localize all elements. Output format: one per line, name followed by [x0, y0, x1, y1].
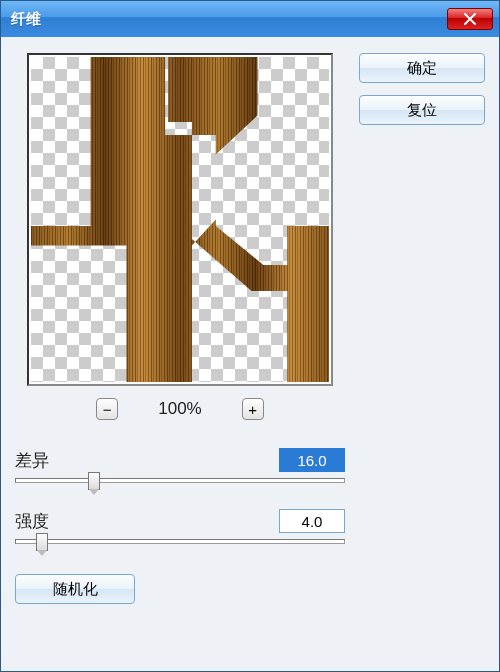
zoom-in-button[interactable]: + [242, 398, 264, 420]
variance-slider-track[interactable] [15, 478, 345, 483]
zoom-controls: − 100% + [15, 398, 345, 420]
variance-row: 差异 [15, 448, 345, 483]
reset-button[interactable]: 复位 [359, 95, 485, 125]
preview-frame [27, 53, 333, 386]
randomize-button[interactable]: 随机化 [15, 574, 135, 604]
strength-slider-track[interactable] [15, 539, 345, 544]
close-icon [463, 13, 477, 25]
dialog-body: − 100% + 差异 [1, 37, 499, 671]
variance-slider-thumb[interactable] [88, 472, 100, 490]
strength-row: 强度 [15, 509, 345, 544]
variance-label: 差异 [15, 449, 279, 472]
strength-label: 强度 [15, 510, 279, 533]
ok-button[interactable]: 确定 [359, 53, 485, 83]
strength-input[interactable] [279, 509, 345, 533]
window-title: 纤维 [11, 10, 447, 29]
minus-icon: − [103, 401, 112, 418]
strength-slider-thumb[interactable] [36, 533, 48, 551]
left-panel: − 100% + 差异 [15, 53, 345, 657]
dialog-window: 纤维 − 100% + [0, 0, 500, 672]
close-button[interactable] [447, 8, 493, 30]
variance-input[interactable] [279, 448, 345, 472]
zoom-out-button[interactable]: − [96, 398, 118, 420]
zoom-level-label: 100% [158, 399, 201, 419]
preview-canvas[interactable] [31, 57, 329, 382]
plus-icon: + [248, 401, 257, 418]
right-panel: 确定 复位 [359, 53, 485, 657]
titlebar[interactable]: 纤维 [1, 1, 499, 37]
sliders-group: 差异 强度 随机化 [15, 448, 345, 604]
